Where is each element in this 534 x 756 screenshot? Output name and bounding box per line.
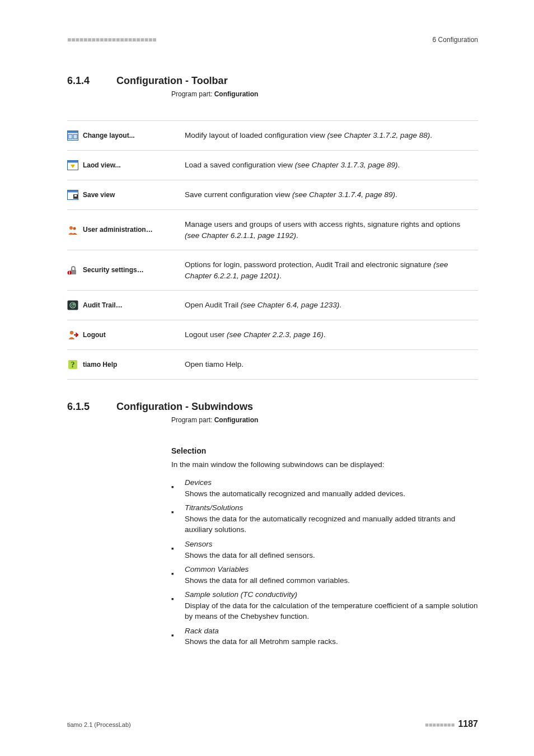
svg-rect-2 xyxy=(68,134,72,139)
svg-rect-9 xyxy=(74,195,77,197)
subwindow-item-body: SensorsShows the data for all defined se… xyxy=(185,539,315,561)
svg-point-15 xyxy=(69,273,70,274)
toolbar-label-cell: Security settings… xyxy=(67,250,185,291)
toolbar-label: Save view xyxy=(83,191,115,199)
layout-icon xyxy=(67,130,78,141)
subwindow-definition: Shows the data for all defined common va… xyxy=(185,575,350,586)
toolbar-tail: . xyxy=(279,272,282,280)
security-icon xyxy=(67,265,78,276)
subwindow-definition: Shows the data for the automatically rec… xyxy=(185,514,478,535)
toolbar-label-cell: ?tiamo Help xyxy=(67,350,185,380)
toolbar-label-cell: Audit Trail… xyxy=(67,291,185,320)
svg-point-19 xyxy=(70,331,73,334)
bullet-mark-icon xyxy=(171,502,178,535)
save-icon xyxy=(67,189,78,200)
subwindow-term: Rack data xyxy=(185,626,338,637)
subwindow-item: SensorsShows the data for all defined se… xyxy=(171,539,478,561)
bullet-mark-icon xyxy=(171,589,178,622)
toolbar-desc-cell: Open Audit Trail (see Chapter 6.4, page … xyxy=(185,291,478,320)
toolbar-label: Change layout... xyxy=(83,132,135,139)
header-dashes: ■■■■■■■■■■■■■■■■■■■■■■ xyxy=(67,36,156,44)
toolbar-desc: Manage users and groups of users with ac… xyxy=(185,220,460,228)
footer-page-number: 1187 xyxy=(458,719,478,729)
bullet-mark-icon xyxy=(171,626,178,647)
users-icon xyxy=(67,225,78,236)
toolbar-row: LogoutLogout user (see Chapter 2.2.3, pa… xyxy=(67,320,478,350)
load-icon xyxy=(67,160,78,171)
subwindow-definition: Shows the automatically recognized and m… xyxy=(185,488,405,500)
toolbar-row: Save viewSave current configuration view… xyxy=(67,180,478,210)
program-part-value-2: Configuration xyxy=(214,416,259,424)
svg-text:?: ? xyxy=(71,361,75,369)
toolbar-tail: . xyxy=(324,330,326,339)
toolbar-desc-cell: Options for login, password protection, … xyxy=(185,250,478,291)
subwindow-item-body: Titrants/SolutionsShows the data for the… xyxy=(185,502,478,535)
toolbar-desc-cell: Modify layout of loaded configuration vi… xyxy=(185,121,478,151)
svg-point-11 xyxy=(73,227,76,230)
toolbar-label: Audit Trail… xyxy=(83,301,123,309)
subwindow-term: Titrants/Solutions xyxy=(185,502,478,514)
subwindow-item: Sample solution (TC conductivity)Display… xyxy=(171,589,478,622)
toolbar-label: User administration… xyxy=(83,226,153,234)
toolbar-table: Change layout...Modify layout of loaded … xyxy=(67,120,478,380)
logout-icon xyxy=(67,329,78,340)
subwindow-item: Common VariablesShows the data for all d… xyxy=(171,564,478,586)
section-toolbar-program-part: Program part: Configuration xyxy=(171,90,478,98)
svg-rect-7 xyxy=(68,190,78,193)
toolbar-ref: (see Chapter 3.1.7.4, page 89) xyxy=(292,190,395,199)
program-part-prefix-2: Program part: xyxy=(171,416,214,424)
toolbar-desc-cell: Open tiamo Help. xyxy=(185,350,478,380)
svg-rect-5 xyxy=(68,161,78,163)
section-toolbar-number: 6.1.4 xyxy=(67,75,103,87)
toolbar-ref: (see Chapter 2.2.3, page 16) xyxy=(227,330,324,339)
program-part-value: Configuration xyxy=(214,90,259,98)
toolbar-desc: Save current configuration view xyxy=(185,190,292,199)
subwindow-definition: Display of the data for the calculation … xyxy=(185,600,478,622)
svg-point-18 xyxy=(72,304,74,306)
toolbar-ref: (see Chapter 3.1.7.2, page 88) xyxy=(327,131,430,139)
toolbar-row: User administration…Manage users and gro… xyxy=(67,210,478,250)
subwindow-term: Common Variables xyxy=(185,564,350,575)
header-chapter-label: 6 Configuration xyxy=(433,36,478,44)
section-toolbar-heading: 6.1.4 Configuration - Toolbar xyxy=(67,75,478,87)
svg-rect-12 xyxy=(71,270,76,274)
svg-point-10 xyxy=(69,226,73,230)
toolbar-desc-cell: Save current configuration view (see Cha… xyxy=(185,180,478,210)
toolbar-label: Logout xyxy=(83,331,106,339)
section-subwindows-heading: 6.1.5 Configuration - Subwindows xyxy=(67,401,478,413)
subwindow-item: Rack dataShows the data for all Metrohm … xyxy=(171,626,478,647)
toolbar-desc: Logout user xyxy=(185,330,227,339)
subwindow-definition: Shows the data for all Metrohm sample ra… xyxy=(185,636,338,647)
toolbar-label-cell: Laod view... xyxy=(67,151,185,180)
toolbar-tail: . xyxy=(296,231,298,240)
section-subwindows-number: 6.1.5 xyxy=(67,401,103,413)
toolbar-desc: Open Audit Trail xyxy=(185,301,241,309)
page-footer: tiamo 2.1 (ProcessLab) ■■■■■■■■ 1187 xyxy=(67,719,478,729)
subwindow-item-body: DevicesShows the automatically recognize… xyxy=(185,477,405,499)
toolbar-label-cell: Logout xyxy=(67,320,185,350)
toolbar-row: ?tiamo HelpOpen tiamo Help. xyxy=(67,350,478,380)
toolbar-desc: Options for login, password protection, … xyxy=(185,260,433,269)
toolbar-ref: (see Chapter 6.2.1.1, page 1192) xyxy=(185,231,296,240)
selection-heading: Selection xyxy=(171,446,478,455)
toolbar-row: Security settings…Options for login, pas… xyxy=(67,250,478,291)
subwindow-item: DevicesShows the automatically recognize… xyxy=(171,477,478,499)
section-subwindows-program-part: Program part: Configuration xyxy=(171,416,478,424)
toolbar-tail: . xyxy=(430,131,432,139)
subwindow-term: Sensors xyxy=(185,539,315,550)
svg-rect-1 xyxy=(68,131,78,133)
svg-rect-14 xyxy=(69,271,69,273)
section-toolbar-title: Configuration - Toolbar xyxy=(116,75,228,87)
subwindow-term: Sample solution (TC conductivity) xyxy=(185,589,478,600)
footer-product: tiamo 2.1 (ProcessLab) xyxy=(67,721,131,728)
toolbar-tail: . xyxy=(398,161,400,169)
subwindow-item-body: Rack dataShows the data for all Metrohm … xyxy=(185,626,338,647)
toolbar-label-cell: Save view xyxy=(67,180,185,210)
toolbar-desc-cell: Load a saved configuration view (see Cha… xyxy=(185,151,478,180)
svg-rect-3 xyxy=(73,134,77,139)
bullet-mark-icon xyxy=(171,539,178,561)
toolbar-label: Security settings… xyxy=(83,266,144,274)
subwindow-item-body: Common VariablesShows the data for all d… xyxy=(185,564,350,586)
toolbar-tail: . xyxy=(395,190,397,199)
page-header: ■■■■■■■■■■■■■■■■■■■■■■ 6 Configuration xyxy=(67,36,478,44)
